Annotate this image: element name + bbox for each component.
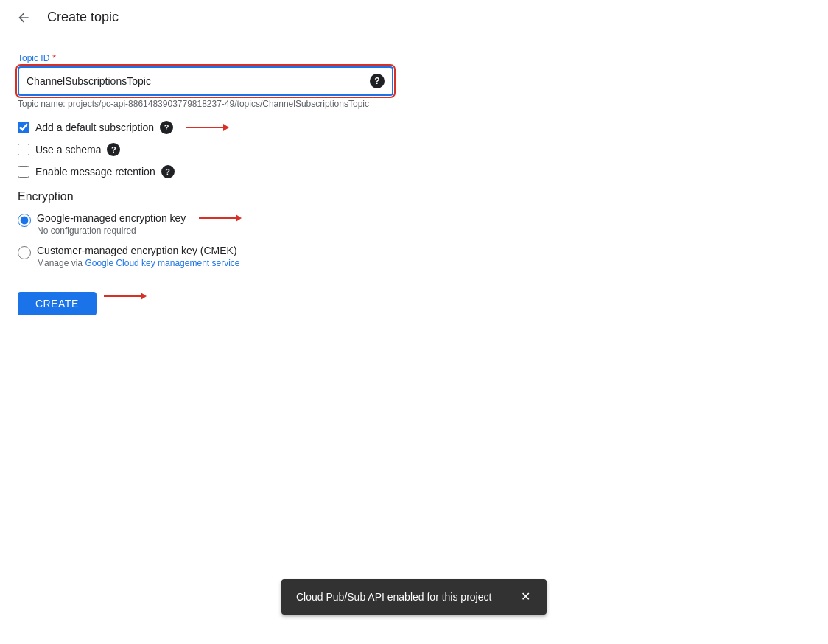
use-schema-help-icon[interactable]: ? [107,143,120,156]
arrow-annotation-1 [186,127,223,128]
topic-id-field-group: Topic ID * ? Topic name: projects/pc-api… [18,53,424,109]
google-managed-key-row: Google-managed encryption key No configu… [18,212,424,236]
use-schema-label[interactable]: Use a schema [35,144,101,155]
arrow-annotation-2 [199,217,236,219]
customer-managed-key-label[interactable]: Customer-managed encryption key (CMEK) [37,245,240,256]
main-content: Topic ID * ? Topic name: projects/pc-api… [0,35,442,333]
enable-retention-label[interactable]: Enable message retention [35,166,155,178]
customer-managed-key-content: Customer-managed encryption key (CMEK) M… [37,245,240,268]
google-managed-key-content: Google-managed encryption key No configu… [37,212,236,236]
enable-retention-row: Enable message retention ? [18,165,424,178]
customer-managed-key-sublabel: Manage via Google Cloud key management s… [37,258,240,268]
topic-id-help-icon[interactable]: ? [370,74,385,88]
add-default-subscription-row: Add a default subscription ? [18,121,424,134]
topic-id-input[interactable] [27,75,370,87]
add-default-subscription-checkbox[interactable] [18,122,29,133]
customer-managed-key-row: Customer-managed encryption key (CMEK) M… [18,245,424,268]
enable-retention-checkbox[interactable] [18,166,29,178]
topic-id-input-wrapper: ? [18,66,393,96]
create-button-row: CREATE [18,277,424,315]
header: Create topic [0,0,828,35]
encryption-section-title: Encryption [18,190,424,203]
back-button[interactable] [12,6,35,29]
cloud-key-management-link[interactable]: Google Cloud key management service [85,258,239,268]
google-managed-key-label[interactable]: Google-managed encryption key [37,212,186,224]
arrow-annotation-3 [104,295,141,297]
retention-help-icon[interactable]: ? [161,165,175,178]
topic-id-hint: Topic name: projects/pc-api-886148390377… [18,99,424,109]
page-title: Create topic [47,10,119,25]
google-managed-key-label-row: Google-managed encryption key [37,212,236,224]
customer-managed-key-radio[interactable] [18,246,31,259]
create-button[interactable]: CREATE [18,292,97,315]
required-indicator: * [52,53,56,63]
use-schema-checkbox[interactable] [18,144,29,155]
google-managed-key-sublabel: No configuration required [37,225,236,236]
google-managed-key-radio[interactable] [18,214,31,227]
use-schema-row: Use a schema ? [18,143,424,156]
add-default-subscription-label[interactable]: Add a default subscription [35,122,154,133]
add-subscription-help-icon[interactable]: ? [160,121,173,134]
topic-id-label: Topic ID * [18,53,424,63]
